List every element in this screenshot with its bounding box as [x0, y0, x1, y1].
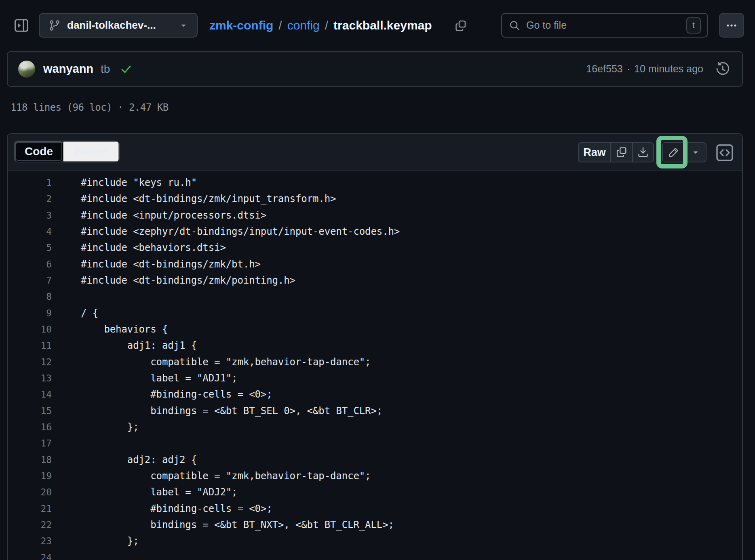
commit-meta: 16ef553 · 10 minutes ago — [586, 63, 703, 75]
code-line-row: 13 label = "ADJ1"; — [8, 370, 742, 386]
tab-code[interactable]: Code — [15, 141, 63, 162]
breadcrumb-dir-link[interactable]: config — [287, 19, 320, 32]
code-line-row: 17 — [8, 435, 742, 451]
code-line-row: 7 #include <dt-bindings/zmk/pointing.h> — [8, 272, 742, 288]
search-placeholder: Go to file — [526, 19, 686, 31]
branch-selector-button[interactable]: danil-tolkachev-... — [39, 13, 198, 38]
line-number[interactable]: 22 — [8, 520, 52, 530]
checks-passed-icon[interactable] — [120, 63, 133, 76]
sidebar-expand-icon — [14, 18, 29, 33]
raw-button[interactable]: Raw — [579, 143, 610, 162]
branch-name: danil-tolkachev-... — [67, 19, 179, 32]
history-icon — [715, 61, 730, 77]
line-number[interactable]: 9 — [8, 308, 52, 318]
code-symbols-icon — [715, 144, 734, 162]
tab-blame[interactable]: Blame — [63, 141, 119, 162]
line-number[interactable]: 2 — [8, 194, 52, 204]
line-number[interactable]: 21 — [8, 503, 52, 514]
breadcrumb-separator: / — [325, 19, 328, 32]
line-number[interactable]: 24 — [8, 552, 52, 560]
line-number[interactable]: 14 — [8, 389, 52, 400]
commit-message[interactable]: tb — [101, 63, 110, 76]
kebab-icon — [725, 19, 738, 32]
line-number[interactable]: 5 — [8, 242, 52, 253]
line-text: #include <zephyr/dt-bindings/input/input… — [81, 226, 400, 237]
code-line-row: 5 #include <behaviors.dtsi> — [8, 240, 742, 256]
line-text: bindings = <&bt BT_SEL 0>, <&bt BT_CLR>; — [81, 405, 382, 417]
line-number[interactable]: 19 — [8, 471, 52, 481]
line-number[interactable]: 18 — [8, 455, 52, 465]
copy-file-button[interactable] — [610, 143, 632, 162]
line-number[interactable]: 16 — [8, 422, 52, 432]
code-line-row: 20 label = "ADJ2"; — [8, 484, 742, 500]
download-icon — [637, 146, 649, 158]
commit-sha[interactable]: 16ef553 — [586, 63, 622, 75]
pencil-icon — [668, 146, 680, 158]
code-line-row: 10 behaviors { — [8, 321, 742, 337]
commit-author[interactable]: wanyann — [43, 62, 93, 76]
more-options-button[interactable] — [719, 13, 744, 38]
dot-separator: · — [627, 63, 630, 75]
line-number[interactable]: 4 — [8, 226, 52, 237]
line-number[interactable]: 8 — [8, 291, 52, 302]
code-line-row: 23 }; — [8, 533, 742, 549]
code-line-row: 11 adj1: adj1 { — [8, 337, 742, 354]
code-line-row: 4 #include <zephyr/dt-bindings/input/inp… — [8, 223, 742, 240]
avatar[interactable] — [18, 61, 35, 78]
line-text: adj2: adj2 { — [81, 454, 197, 465]
breadcrumb-repo-link[interactable]: zmk-config — [209, 19, 273, 32]
latest-commit-bar: wanyann tb 16ef553 · 10 minutes ago — [7, 51, 743, 87]
line-text: }; — [81, 421, 139, 433]
code-line-row: 21 #binding-cells = <0>; — [8, 501, 742, 517]
code-line-row: 2 #include <dt-bindings/zmk/input_transf… — [8, 191, 742, 207]
code-line-row: 15 bindings = <&bt BT_SEL 0>, <&bt BT_CL… — [8, 403, 742, 419]
edit-actions-group — [662, 142, 706, 162]
code-line-row: 18 adj2: adj2 { — [8, 452, 742, 468]
git-branch-icon — [49, 19, 61, 32]
line-text: label = "ADJ2"; — [81, 486, 237, 498]
go-to-file-search[interactable]: Go to file t — [501, 13, 708, 38]
line-text: #include "keys_ru.h" — [81, 177, 197, 188]
line-text: #include <dt-bindings/zmk/bt.h> — [81, 259, 261, 270]
line-text: #binding-cells = <0>; — [81, 503, 272, 514]
line-number[interactable]: 23 — [8, 536, 52, 546]
edit-dropdown-button[interactable] — [685, 143, 706, 162]
line-number[interactable]: 13 — [8, 373, 52, 383]
chevron-down-icon — [179, 21, 188, 30]
line-number[interactable]: 10 — [8, 324, 52, 335]
line-number[interactable]: 3 — [8, 210, 52, 221]
line-number[interactable]: 20 — [8, 487, 52, 497]
line-text: bindings = <&bt BT_NXT>, <&bt BT_CLR_ALL… — [81, 519, 394, 531]
code-line-row: 12 compatible = "zmk,behavior-tap-dance"… — [8, 354, 742, 370]
breadcrumb-separator: / — [278, 19, 282, 32]
line-number[interactable]: 6 — [8, 259, 52, 269]
code-line-row: 22 bindings = <&bt BT_NXT>, <&bt BT_CLR_… — [8, 517, 742, 533]
line-number[interactable]: 7 — [8, 275, 52, 286]
line-text: #include <behaviors.dtsi> — [81, 242, 226, 253]
line-number[interactable]: 1 — [8, 177, 52, 188]
line-number[interactable]: 17 — [8, 438, 52, 448]
file-toolbar: Code Blame Raw — [8, 134, 742, 171]
line-text: behaviors { — [81, 324, 168, 335]
code-line-row: 8 — [8, 288, 742, 305]
code-line-row: 19 compatible = "zmk,behavior-tap-dance"… — [8, 468, 742, 484]
line-text: #include <input/processors.dtsi> — [81, 210, 266, 221]
code-line-row: 9 / { — [8, 305, 742, 321]
line-number[interactable]: 15 — [8, 406, 52, 416]
file-size-info: 118 lines (96 loc) · 2.47 KB — [11, 102, 169, 113]
code-blame-switch: Code Blame — [14, 141, 120, 162]
line-text: label = "ADJ1"; — [81, 373, 237, 384]
commit-history-button[interactable] — [714, 60, 732, 78]
download-button[interactable] — [632, 143, 653, 162]
breadcrumb-file-name: trackball.keymap — [333, 19, 432, 32]
line-text: #include <dt-bindings/zmk/pointing.h> — [81, 275, 295, 286]
expand-file-tree-button[interactable] — [11, 15, 32, 36]
breadcrumb: zmk-config / config / trackball.keymap — [209, 13, 432, 38]
edit-file-button[interactable] — [663, 143, 685, 162]
code-symbols-button[interactable] — [715, 144, 734, 162]
line-text: / { — [81, 307, 98, 319]
search-icon — [508, 19, 521, 32]
copy-path-button[interactable] — [452, 18, 470, 34]
line-number[interactable]: 11 — [8, 340, 52, 351]
line-number[interactable]: 12 — [8, 357, 52, 367]
